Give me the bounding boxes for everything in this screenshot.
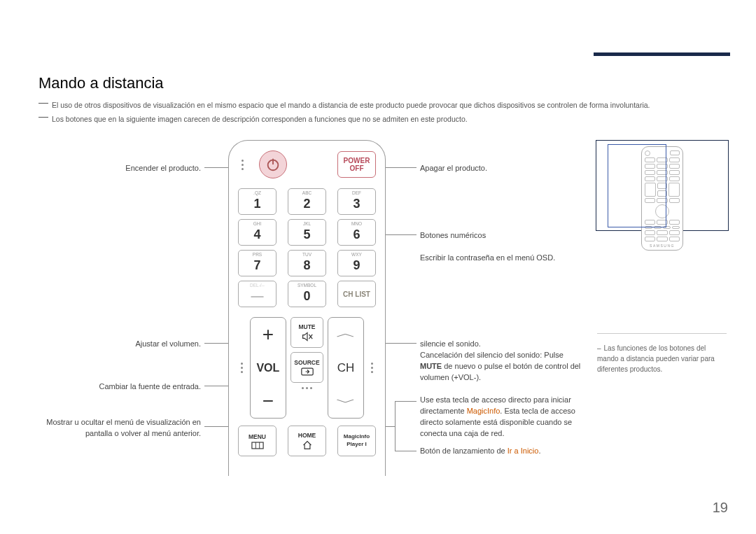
power-off-label-2: OFF [350,164,364,172]
key-2: ABC2 [288,188,326,215]
key-0: SYMBOL0 [288,281,326,307]
key-sub: WXY [351,252,362,257]
menu-icon [251,442,264,449]
mute-icon [302,332,313,342]
dots-icon [238,363,246,373]
chlist-button: CH LIST [337,281,376,307]
key-6: MNO6 [337,219,376,246]
key-num: 0 [303,290,310,302]
key-sub: JKL [303,221,311,226]
chevron-down-icon: ﹀ [336,394,356,411]
key-num: 6 [353,228,360,241]
source-label: SOURCE [294,359,319,366]
mute-label: MUTE [298,323,315,330]
power-on-button [259,150,287,178]
home-icon [302,440,313,450]
key-num: 3 [353,197,360,210]
remote-body: POWER OFF .QZ1 ABC2 DEF3 GHI4 JKL5 MNO6 … [238,150,376,461]
callout-mute-title: silencie el sonido. [420,339,481,348]
key-num: 9 [353,259,360,272]
leader-line [395,451,416,451]
dots-icon [368,363,376,373]
callout-source: Cambiar la fuente de entrada. [91,381,201,393]
key-sub: MNO [351,221,362,226]
channel-rocker: ︿ CH ﹀ [328,317,364,419]
key-1: .QZ1 [238,188,276,215]
callout-magicinfo: Use esta tecla de acceso directo para in… [420,395,581,440]
key-num: 1 [253,197,260,210]
callout-power-on: Encender el producto. [124,163,201,174]
key-9: WXY9 [337,250,376,276]
sidenote: –Las funciones de los botones del mando … [597,333,727,374]
svg-rect-5 [251,442,262,449]
minus-icon: − [262,391,274,411]
leader-line [395,401,396,451]
key-3: DEF3 [337,188,376,215]
callout-home: Botón de lanzamiento de Ir a Inicio. [420,446,581,457]
key-del: DEL-/--— [238,281,276,307]
power-off-label-1: POWER [344,157,370,164]
callout-mute-bold: MUTE [420,362,442,370]
key-5: JKL5 [288,219,326,246]
key-sub: ABC [302,190,312,195]
menu-button: MENU [238,426,276,456]
magicinfo-label-1: MagicInfo [344,433,370,440]
key-sub: SYMBOL [298,283,316,288]
ch-label: CH [337,361,355,375]
source-button: SOURCE [290,352,323,383]
note-1: ―El uso de otros dispositivos de visuali… [38,98,710,112]
key-num: 8 [303,259,310,272]
volume-rocker: + VOL − [250,317,286,419]
callout-volume: Ajustar el volumen. [124,339,201,350]
callout-home-orange: Ir a Inicio [507,447,539,455]
plus-icon: + [262,325,274,344]
mute-button: MUTE [290,317,323,348]
magicinfo-label-2: Player I [346,441,366,447]
key-sub: DEF [352,190,361,195]
magicinfo-button: MagicInfo Player I [337,426,376,456]
callout-home-1: Botón de lanzamiento de [420,447,507,455]
callout-home-2: . [538,447,540,455]
key-num: 7 [253,259,260,272]
key-num: 4 [253,228,260,241]
key-sub: .QZ [253,190,261,195]
key-num: — [251,290,264,302]
note-2: ―Los botones que en la siguiente imagen … [38,112,710,126]
key-sub: GHI [253,221,262,226]
key-sub: DEL-/-- [250,283,265,288]
key-8: TUV8 [288,250,326,276]
home-button: HOME [288,426,326,456]
key-7: PRS7 [238,250,276,276]
key-4: GHI4 [238,219,276,246]
key-sub: PRS [253,252,262,257]
callout-mute-desc2: de nuevo o pulse el botón de control del… [420,362,580,381]
note-2-text: Los botones que en la siguiente imagen c… [52,115,468,123]
callout-numeric-desc: Escribir la contraseña en el menú OSD. [420,253,555,262]
key-num: 5 [303,228,310,241]
samsung-logo: SAMSUNG [645,244,680,248]
dots-icon [302,387,312,389]
chevron-up-icon: ︿ [336,325,356,342]
callout-magicinfo-orange: MagicInfo [467,407,500,415]
note-1-text: El uso de otros dispositivos de visualiz… [52,101,650,109]
callout-mute-desc1: Cancelación del silencio del sonido: Pul… [420,351,564,359]
key-sub: TUV [302,252,312,257]
leader-line [395,401,416,402]
ir-dots-icon [238,160,246,170]
callout-mute: silencie el sonido. Cancelación del sile… [420,339,581,384]
home-label: HOME [298,432,316,439]
power-off-button: POWER OFF [337,151,376,178]
power-icon [265,157,281,172]
callout-numeric: Botones numéricos Escribir la contraseña… [420,230,574,264]
source-icon [301,367,314,376]
page-number: 19 [713,500,728,516]
callout-power-off: Apagar el producto. [420,163,574,174]
sidenote-text: Las funciones de los botones del mando a… [597,344,715,373]
key-num: 2 [303,197,310,210]
header-accent-bar [594,52,730,56]
callout-numeric-title: Botones numéricos [420,231,486,239]
highlight-rect [608,144,666,227]
callout-menu: Mostrar u ocultar el menú de visualizaci… [38,417,201,440]
menu-label: MENU [248,433,266,440]
page-title: Mando a distancia [38,74,164,92]
